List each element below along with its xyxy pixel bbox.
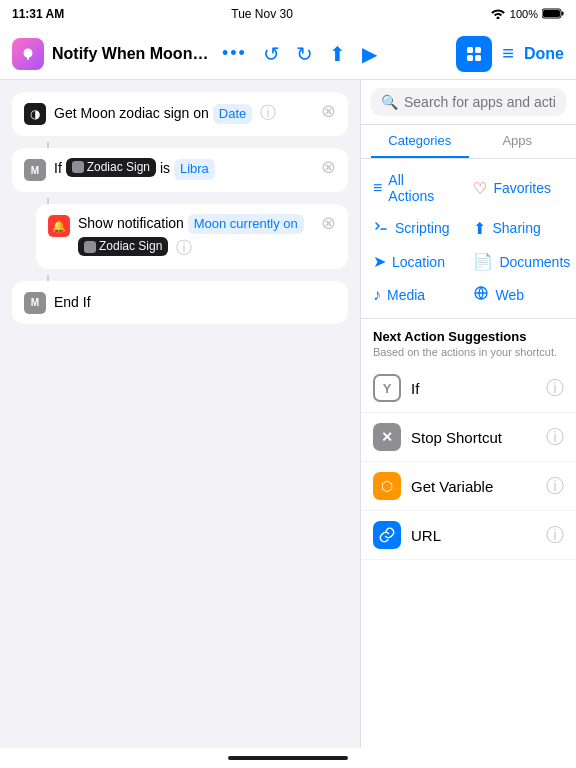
suggestion-if-info[interactable]: ⓘ [546,376,564,400]
svg-rect-5 [467,55,473,61]
actions-panel: 🔍 Categories Apps ≡ All Actions ♡ Favori… [360,80,576,748]
suggestion-stop-label: Stop Shortcut [411,429,546,446]
action-content-notification: Show notification Moon currently on Zodi… [78,214,315,259]
notification-label: Show notification [78,215,188,231]
action-content-if: If Zodiac Sign is Libra [54,158,315,180]
suggestion-if[interactable]: Y If ⓘ [361,364,576,413]
category-sharing-label: Sharing [492,220,540,236]
suggestion-if-icon: Y [373,374,401,402]
suggestion-variable-label: Get Variable [411,478,546,495]
svg-rect-2 [562,11,564,15]
category-all-actions-label: All Actions [388,172,449,204]
action-pill-date[interactable]: Date [213,104,252,124]
wifi-icon [490,7,506,21]
svg-rect-6 [475,55,481,61]
suggestion-stop-shortcut[interactable]: ✕ Stop Shortcut ⓘ [361,413,576,462]
category-scripting-label: Scripting [395,220,449,236]
is-label: is [160,160,174,176]
search-bar: 🔍 [361,80,576,125]
share-icon[interactable]: ⬆ [329,42,346,66]
search-input-wrap[interactable]: 🔍 [371,88,566,116]
search-input[interactable] [404,94,556,110]
category-favorites-label: Favorites [493,180,551,196]
suggestion-url-icon [373,521,401,549]
category-web[interactable]: Web [461,278,576,312]
category-scripting[interactable]: Scripting [361,211,461,245]
search-icon: 🔍 [381,94,398,110]
category-favorites[interactable]: ♡ Favorites [461,165,576,211]
suggestion-stop-info[interactable]: ⓘ [546,425,564,449]
category-media-label: Media [387,287,425,303]
action-show-notification[interactable]: 🔔 Show notification Moon currently on Zo… [36,204,348,269]
suggestion-if-label: If [411,380,546,397]
done-button[interactable]: Done [524,45,564,63]
category-documents[interactable]: 📄 Documents [461,245,576,278]
undo-icon[interactable]: ↺ [263,42,280,66]
category-location[interactable]: ➤ Location [361,245,461,278]
action-info-get-moon[interactable]: ⓘ [260,104,276,121]
scripting-icon [373,218,389,238]
suggestion-url[interactable]: URL ⓘ [361,511,576,560]
settings-icon[interactable]: ≡ [502,42,514,65]
suggestion-url-info[interactable]: ⓘ [546,523,564,547]
suggestion-variable-info[interactable]: ⓘ [546,474,564,498]
media-icon: ♪ [373,286,381,304]
redo-icon[interactable]: ↻ [296,42,313,66]
category-location-label: Location [392,254,445,270]
category-grid: ≡ All Actions ♡ Favorites Scripting ⬆ Sh… [361,159,576,319]
end-if-icon: M [24,292,46,314]
section-subtitle: Based on the actions in your shortcut. [361,346,576,364]
tab-categories[interactable]: Categories [371,125,469,158]
suggestion-get-variable[interactable]: ⬡ Get Variable ⓘ [361,462,576,511]
battery-icon: 100% [510,8,538,20]
category-media[interactable]: ♪ Media [361,278,461,312]
action-get-moon[interactable]: ◑ Get Moon zodiac sign on Date ⓘ ⊗ [12,92,348,136]
zodiac-sign-pill-2[interactable]: Zodiac Sign [78,237,168,256]
status-bar: 11:31 AM Tue Nov 30 100% [0,0,576,28]
zodiac-icon-small [72,161,84,173]
action-text-get-moon: Get Moon zodiac sign on [54,105,213,121]
web-icon [473,285,489,305]
more-options-icon[interactable]: ••• [222,43,247,64]
zodiac-icon-small-2 [84,241,96,253]
libra-pill[interactable]: Libra [174,159,215,179]
close-get-moon[interactable]: ⊗ [321,102,336,120]
tab-row: Categories Apps [361,125,576,159]
category-all-actions[interactable]: ≡ All Actions [361,165,461,211]
action-end-if[interactable]: M End If [12,281,348,324]
close-notification[interactable]: ⊗ [321,214,336,232]
if-label: If [54,160,66,176]
play-icon[interactable]: ▶ [362,42,377,66]
documents-icon: 📄 [473,252,493,271]
notification-icon: 🔔 [48,215,70,237]
category-web-label: Web [495,287,524,303]
if-icon-zodiac: M [24,159,46,181]
status-icons: 100% [490,7,564,21]
close-if-zodiac[interactable]: ⊗ [321,158,336,176]
nav-title: Notify When Moon Is On Li... [52,45,212,63]
sharing-icon: ⬆ [473,219,486,238]
zodiac-sign-pill[interactable]: Zodiac Sign [66,158,156,177]
section-title: Next Action Suggestions [361,319,576,346]
nav-actions: ••• ↺ ↻ ⬆ ▶ [222,42,377,66]
svg-rect-4 [475,47,481,53]
suggestion-url-label: URL [411,527,546,544]
home-indicator [0,748,576,768]
tab-apps[interactable]: Apps [469,125,567,158]
home-bar [228,756,348,760]
favorites-icon: ♡ [473,179,487,198]
action-if-zodiac[interactable]: M If Zodiac Sign is Libra ⊗ [12,148,348,192]
category-documents-label: Documents [499,254,570,270]
notification-info[interactable]: ⓘ [176,239,192,256]
category-sharing[interactable]: ⬆ Sharing [461,211,576,245]
svg-rect-3 [467,47,473,53]
location-icon: ➤ [373,252,386,271]
app-icon [12,38,44,70]
nav-bar: Notify When Moon Is On Li... ••• ↺ ↻ ⬆ ▶… [0,28,576,80]
main-layout: ◑ Get Moon zodiac sign on Date ⓘ ⊗ M If … [0,80,576,748]
shortcuts-panel: ◑ Get Moon zodiac sign on Date ⓘ ⊗ M If … [0,80,360,748]
widget-icon[interactable] [456,36,492,72]
nav-right: ≡ Done [456,36,564,72]
action-content-get-moon: Get Moon zodiac sign on Date ⓘ [54,102,315,124]
moon-currently-pill[interactable]: Moon currently on [188,214,304,234]
